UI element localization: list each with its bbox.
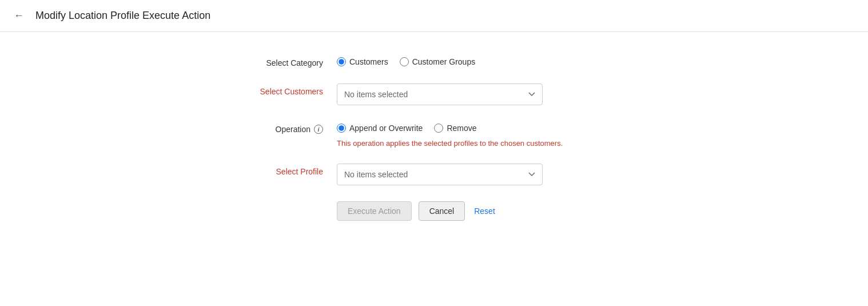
operation-hint-wrapper: This operation applies the selected prof… <box>234 138 634 148</box>
customers-label: Customers <box>349 57 388 66</box>
select-profile-control: No items selected <box>337 164 634 185</box>
select-customers-control: No items selected <box>337 84 634 105</box>
info-icon[interactable]: i <box>314 125 323 134</box>
page-title: Modify Location Profile Execute Action <box>35 10 210 22</box>
append-overwrite-label: Append or Overwrite <box>349 124 423 133</box>
customer-groups-radio[interactable] <box>400 57 409 66</box>
category-radio-group: Customers Customer Groups <box>337 55 634 66</box>
remove-radio[interactable] <box>434 124 443 133</box>
select-profile-row: Select Profile No items selected <box>234 164 634 185</box>
page-header: ← Modify Location Profile Execute Action <box>0 0 868 32</box>
operation-block: Operation i Append or Overwrite Remove T… <box>234 121 634 148</box>
execute-action-button[interactable]: Execute Action <box>337 201 412 221</box>
operation-hint: This operation applies the selected prof… <box>337 139 563 148</box>
remove-option[interactable]: Remove <box>434 124 476 133</box>
customer-groups-label: Customer Groups <box>412 57 475 66</box>
append-overwrite-radio[interactable] <box>337 124 346 133</box>
select-customers-label: Select Customers <box>234 84 337 96</box>
operation-label-area: Operation i <box>234 121 337 134</box>
select-profile-label: Select Profile <box>234 164 337 176</box>
select-category-row: Select Category Customers Customer Group… <box>234 55 634 67</box>
back-button[interactable]: ← <box>9 7 29 24</box>
cancel-button[interactable]: Cancel <box>419 201 465 221</box>
customers-option[interactable]: Customers <box>337 57 388 66</box>
customers-radio[interactable] <box>337 57 346 66</box>
customer-groups-option[interactable]: Customer Groups <box>400 57 475 66</box>
select-profile-dropdown[interactable]: No items selected <box>337 164 543 185</box>
reset-button[interactable]: Reset <box>472 202 497 220</box>
append-overwrite-option[interactable]: Append or Overwrite <box>337 124 423 133</box>
operation-row: Operation i Append or Overwrite Remove <box>234 121 634 134</box>
buttons-row: Execute Action Cancel Reset <box>234 201 634 221</box>
operation-label: Operation <box>276 125 310 134</box>
select-customers-row: Select Customers No items selected <box>234 84 634 105</box>
select-customers-dropdown[interactable]: No items selected <box>337 84 543 105</box>
remove-label: Remove <box>447 124 476 133</box>
main-content: Select Category Customers Customer Group… <box>0 32 868 244</box>
form-area: Select Category Customers Customer Group… <box>234 55 634 221</box>
operation-radio-group: Append or Overwrite Remove <box>337 121 634 133</box>
select-category-label: Select Category <box>234 55 337 67</box>
